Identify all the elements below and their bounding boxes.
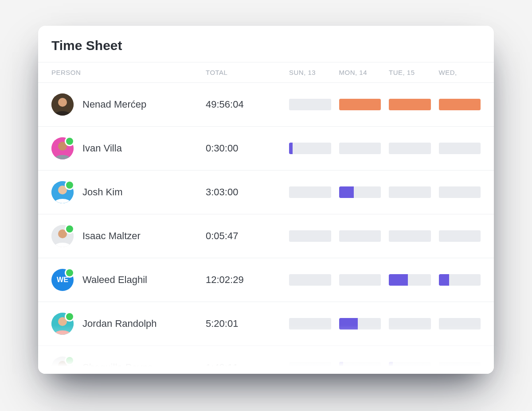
total-time: 12:02:29 (206, 274, 281, 286)
day-bar[interactable] (389, 318, 431, 330)
col-header-day-0[interactable]: SUN, 13 (289, 69, 331, 76)
col-header-day-1[interactable]: MON, 14 (339, 69, 381, 76)
day-bar[interactable] (289, 186, 331, 198)
day-bar[interactable] (439, 230, 481, 242)
col-header-day-2[interactable]: TUE, 15 (389, 69, 431, 76)
avatar[interactable] (51, 225, 74, 247)
day-bar[interactable] (289, 318, 331, 330)
day-bar[interactable] (439, 318, 481, 330)
day-bar[interactable] (439, 274, 481, 286)
day-bar-fill (339, 186, 354, 198)
presence-indicator-icon (65, 180, 74, 190)
col-header-person: PERSON (51, 69, 198, 76)
total-time: 49:56:04 (206, 99, 281, 110)
day-bar[interactable] (439, 143, 481, 154)
presence-indicator-icon (65, 224, 74, 234)
timesheet-card: Time Sheet PERSON TOTAL SUN, 13 MON, 14 … (38, 26, 494, 374)
presence-indicator-icon (65, 136, 74, 146)
day-bar[interactable] (389, 362, 431, 373)
person-name: Waleed Elaghil (82, 274, 147, 286)
day-bar[interactable] (339, 99, 381, 110)
day-bar[interactable] (389, 274, 431, 286)
person-cell[interactable]: Josh Kim (51, 181, 198, 203)
table-body: Nenad Merćep49:56:04 Ivan Villa0:30:00 J… (38, 83, 494, 374)
table-row[interactable]: Jordan Randolph5:20:01 (38, 302, 494, 346)
day-bar[interactable] (339, 143, 381, 154)
person-cell[interactable]: Ivan Villa (51, 137, 198, 159)
day-bar[interactable] (439, 362, 481, 373)
day-bar-fill (339, 318, 358, 330)
person-name: Josh Kim (82, 186, 122, 198)
presence-indicator-icon (65, 312, 74, 322)
day-bar[interactable] (339, 274, 381, 286)
total-time: 0:30:00 (206, 143, 281, 154)
day-bar[interactable] (289, 230, 331, 242)
day-bar[interactable] (389, 143, 431, 154)
presence-indicator-icon (65, 356, 74, 365)
col-header-day-3[interactable]: WED, (439, 69, 481, 76)
day-bar-fill (289, 143, 293, 154)
total-time: 5:20:01 (206, 318, 281, 330)
avatar[interactable]: WE (51, 269, 74, 291)
person-name: Nenad Merćep (82, 99, 146, 110)
total-time: 0:05:47 (206, 230, 281, 242)
day-bar-fill (339, 99, 381, 110)
day-bar[interactable] (289, 362, 331, 373)
day-bar-fill (389, 274, 408, 286)
avatar[interactable] (51, 357, 74, 374)
avatar[interactable] (51, 137, 74, 159)
table-row[interactable]: Nenad Merćep49:56:04 (38, 83, 494, 127)
day-bar-fill (389, 99, 431, 110)
day-bar[interactable] (339, 186, 381, 198)
total-time: 3:03:00 (206, 186, 281, 198)
presence-indicator-icon (65, 268, 74, 278)
total-time: 1:40:11 (206, 362, 281, 373)
person-name: Jordan Randolph (82, 318, 157, 330)
day-bar[interactable] (339, 318, 381, 330)
person-cell[interactable]: Shaquille Payne (51, 357, 198, 374)
page-title: Time Sheet (38, 26, 494, 62)
day-bar-fill (339, 362, 343, 373)
table-header: PERSON TOTAL SUN, 13 MON, 14 TUE, 15 WED… (38, 62, 494, 83)
day-bar[interactable] (339, 230, 381, 242)
avatar[interactable] (51, 181, 74, 203)
day-bar[interactable] (389, 186, 431, 198)
person-cell[interactable]: WEWaleed Elaghil (51, 269, 198, 291)
day-bar[interactable] (389, 99, 431, 110)
svg-point-2 (58, 98, 67, 107)
day-bar[interactable] (289, 143, 331, 154)
day-bar[interactable] (289, 274, 331, 286)
table-row[interactable]: Ivan Villa0:30:00 (38, 127, 494, 171)
person-name: Ivan Villa (82, 143, 122, 154)
day-bar[interactable] (389, 230, 431, 242)
avatar[interactable] (51, 93, 74, 116)
person-cell[interactable]: Nenad Merćep (51, 93, 198, 116)
table-row[interactable]: Shaquille Payne1:40:11 (38, 346, 494, 374)
day-bar[interactable] (439, 99, 481, 110)
avatar[interactable] (51, 313, 74, 335)
table-row[interactable]: Josh Kim3:03:00 (38, 171, 494, 214)
person-name: Shaquille Payne (82, 362, 153, 373)
day-bar-fill (439, 274, 450, 286)
day-bar[interactable] (439, 186, 481, 198)
day-bar-fill (389, 362, 393, 373)
col-header-total: TOTAL (206, 69, 281, 76)
day-bar[interactable] (289, 99, 331, 110)
day-bar-fill (439, 99, 481, 110)
table-row[interactable]: WEWaleed Elaghil12:02:29 (38, 258, 494, 302)
person-name: Isaac Maltzer (82, 230, 141, 242)
person-cell[interactable]: Isaac Maltzer (51, 225, 198, 247)
person-cell[interactable]: Jordan Randolph (51, 313, 198, 335)
table-row[interactable]: Isaac Maltzer0:05:47 (38, 214, 494, 258)
day-bar[interactable] (339, 362, 381, 373)
